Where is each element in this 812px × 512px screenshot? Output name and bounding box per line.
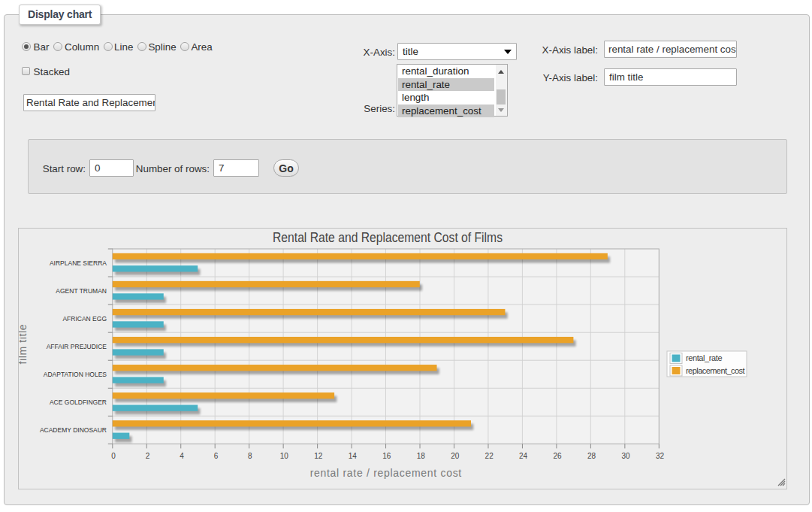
svg-text:6: 6 <box>214 452 219 460</box>
svg-text:0: 0 <box>111 452 116 460</box>
svg-text:rental_rate: rental_rate <box>686 353 723 362</box>
svg-text:18: 18 <box>417 452 426 460</box>
svg-text:12: 12 <box>314 452 323 460</box>
svg-text:ACADEMY DINOSAUR: ACADEMY DINOSAUR <box>40 426 107 434</box>
svg-text:16: 16 <box>382 452 391 460</box>
svg-text:ADAPTATION HOLES: ADAPTATION HOLES <box>44 371 107 378</box>
svg-text:26: 26 <box>554 452 563 460</box>
svg-text:22: 22 <box>485 452 494 460</box>
svg-text:32: 32 <box>656 452 665 460</box>
svg-text:8: 8 <box>248 452 252 460</box>
svg-text:20: 20 <box>451 452 460 460</box>
svg-text:replacement_cost: replacement_cost <box>686 366 745 375</box>
svg-text:ACE GOLDFINGER: ACE GOLDFINGER <box>50 398 107 406</box>
svg-text:14: 14 <box>349 452 358 460</box>
svg-text:30: 30 <box>621 452 630 460</box>
svg-text:4: 4 <box>180 452 184 460</box>
svg-text:2: 2 <box>146 452 150 460</box>
svg-text:28: 28 <box>587 452 596 460</box>
svg-text:10: 10 <box>280 452 289 460</box>
svg-text:24: 24 <box>519 452 528 460</box>
svg-text:AFRICAN EGG: AFRICAN EGG <box>62 315 107 323</box>
svg-text:AFFAIR PREJUDICE: AFFAIR PREJUDICE <box>47 343 107 350</box>
svg-text:AGENT TRUMAN: AGENT TRUMAN <box>56 287 107 295</box>
svg-text:rental rate / replacement cost: rental rate / replacement cost <box>310 467 462 479</box>
svg-text:Rental Rate and Replacement Co: Rental Rate and Replacement Cost of Film… <box>273 230 503 245</box>
svg-text:film title: film title <box>19 324 29 364</box>
svg-text:AIRPLANE SIERRA: AIRPLANE SIERRA <box>50 259 107 267</box>
